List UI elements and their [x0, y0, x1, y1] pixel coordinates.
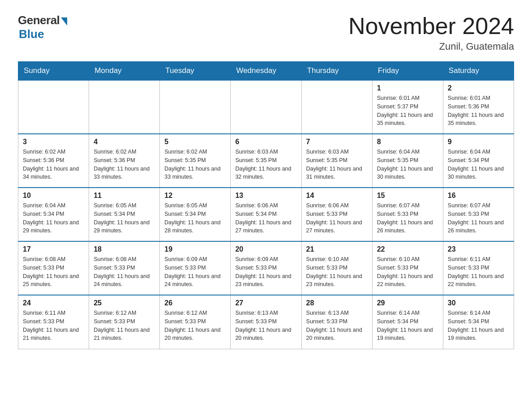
col-friday: Friday	[372, 62, 443, 81]
table-row: 9Sunrise: 6:04 AM Sunset: 5:34 PM Daylig…	[443, 134, 514, 188]
calendar-week-row: 17Sunrise: 6:08 AM Sunset: 5:33 PM Dayli…	[18, 241, 514, 295]
day-number: 27	[235, 299, 296, 307]
day-number: 25	[94, 299, 155, 307]
table-row: 21Sunrise: 6:10 AM Sunset: 5:33 PM Dayli…	[301, 241, 372, 295]
table-row: 13Sunrise: 6:06 AM Sunset: 5:34 PM Dayli…	[231, 188, 301, 241]
col-saturday: Saturday	[443, 62, 514, 81]
table-row	[18, 80, 89, 134]
logo-blue-text: Blue	[19, 27, 44, 41]
calendar-week-row: 10Sunrise: 6:04 AM Sunset: 5:34 PM Dayli…	[18, 188, 514, 241]
day-number: 12	[164, 192, 226, 200]
table-row: 12Sunrise: 6:05 AM Sunset: 5:34 PM Dayli…	[160, 188, 231, 241]
day-number: 8	[377, 138, 438, 146]
page-header: General Blue November 2024 Zunil, Guatem…	[18, 13, 514, 52]
day-number: 20	[235, 245, 296, 253]
table-row: 18Sunrise: 6:08 AM Sunset: 5:33 PM Dayli…	[89, 241, 160, 295]
day-info: Sunrise: 6:05 AM Sunset: 5:34 PM Dayligh…	[94, 201, 155, 235]
table-row: 26Sunrise: 6:12 AM Sunset: 5:33 PM Dayli…	[160, 295, 231, 349]
day-number: 26	[164, 299, 226, 307]
table-row: 2Sunrise: 6:01 AM Sunset: 5:36 PM Daylig…	[443, 80, 514, 134]
table-row: 19Sunrise: 6:09 AM Sunset: 5:33 PM Dayli…	[160, 241, 231, 295]
day-info: Sunrise: 6:01 AM Sunset: 5:36 PM Dayligh…	[448, 94, 509, 128]
day-info: Sunrise: 6:13 AM Sunset: 5:33 PM Dayligh…	[306, 309, 368, 342]
day-number: 21	[306, 245, 368, 253]
table-row: 17Sunrise: 6:08 AM Sunset: 5:33 PM Dayli…	[18, 241, 89, 295]
day-number: 16	[448, 192, 509, 200]
title-section: November 2024 Zunil, Guatemala	[348, 13, 514, 52]
day-info: Sunrise: 6:14 AM Sunset: 5:34 PM Dayligh…	[377, 309, 438, 342]
table-row: 6Sunrise: 6:03 AM Sunset: 5:35 PM Daylig…	[231, 134, 301, 188]
day-number: 23	[448, 245, 509, 253]
logo: General Blue	[18, 13, 67, 41]
table-row	[89, 80, 160, 134]
day-info: Sunrise: 6:10 AM Sunset: 5:33 PM Dayligh…	[377, 255, 438, 289]
day-number: 3	[23, 138, 84, 146]
day-info: Sunrise: 6:13 AM Sunset: 5:33 PM Dayligh…	[235, 309, 296, 342]
day-info: Sunrise: 6:07 AM Sunset: 5:33 PM Dayligh…	[377, 201, 438, 235]
day-number: 29	[377, 299, 438, 307]
day-number: 15	[377, 192, 438, 200]
day-info: Sunrise: 6:12 AM Sunset: 5:33 PM Dayligh…	[94, 309, 155, 342]
day-number: 6	[235, 138, 296, 146]
month-title: November 2024	[348, 13, 514, 39]
day-info: Sunrise: 6:02 AM Sunset: 5:36 PM Dayligh…	[23, 148, 84, 181]
day-info: Sunrise: 6:04 AM Sunset: 5:35 PM Dayligh…	[377, 148, 438, 181]
table-row: 28Sunrise: 6:13 AM Sunset: 5:33 PM Dayli…	[301, 295, 372, 349]
day-number: 22	[377, 245, 438, 253]
logo-arrow-icon	[61, 17, 67, 26]
table-row: 14Sunrise: 6:06 AM Sunset: 5:33 PM Dayli…	[301, 188, 372, 241]
table-row: 27Sunrise: 6:13 AM Sunset: 5:33 PM Dayli…	[231, 295, 301, 349]
table-row: 11Sunrise: 6:05 AM Sunset: 5:34 PM Dayli…	[89, 188, 160, 241]
day-number: 24	[23, 299, 84, 307]
col-thursday: Thursday	[301, 62, 372, 81]
table-row: 25Sunrise: 6:12 AM Sunset: 5:33 PM Dayli…	[89, 295, 160, 349]
day-number: 10	[23, 192, 84, 200]
day-info: Sunrise: 6:09 AM Sunset: 5:33 PM Dayligh…	[164, 255, 226, 289]
col-wednesday: Wednesday	[231, 62, 301, 81]
day-info: Sunrise: 6:04 AM Sunset: 5:34 PM Dayligh…	[23, 201, 84, 235]
day-info: Sunrise: 6:12 AM Sunset: 5:33 PM Dayligh…	[164, 309, 226, 342]
day-info: Sunrise: 6:03 AM Sunset: 5:35 PM Dayligh…	[306, 148, 368, 181]
table-row: 15Sunrise: 6:07 AM Sunset: 5:33 PM Dayli…	[372, 188, 443, 241]
day-info: Sunrise: 6:04 AM Sunset: 5:34 PM Dayligh…	[448, 148, 509, 181]
day-number: 18	[94, 245, 155, 253]
table-row: 22Sunrise: 6:10 AM Sunset: 5:33 PM Dayli…	[372, 241, 443, 295]
day-number: 17	[23, 245, 84, 253]
day-info: Sunrise: 6:03 AM Sunset: 5:35 PM Dayligh…	[235, 148, 296, 181]
table-row: 7Sunrise: 6:03 AM Sunset: 5:35 PM Daylig…	[301, 134, 372, 188]
day-number: 13	[235, 192, 296, 200]
day-info: Sunrise: 6:09 AM Sunset: 5:33 PM Dayligh…	[235, 255, 296, 289]
day-info: Sunrise: 6:14 AM Sunset: 5:34 PM Dayligh…	[448, 309, 509, 342]
day-number: 14	[306, 192, 368, 200]
day-info: Sunrise: 6:07 AM Sunset: 5:33 PM Dayligh…	[448, 201, 509, 235]
day-info: Sunrise: 6:08 AM Sunset: 5:33 PM Dayligh…	[23, 255, 84, 289]
day-number: 28	[306, 299, 368, 307]
table-row	[160, 80, 231, 134]
table-row	[231, 80, 301, 134]
day-info: Sunrise: 6:02 AM Sunset: 5:36 PM Dayligh…	[94, 148, 155, 181]
table-row: 10Sunrise: 6:04 AM Sunset: 5:34 PM Dayli…	[18, 188, 89, 241]
table-row: 29Sunrise: 6:14 AM Sunset: 5:34 PM Dayli…	[372, 295, 443, 349]
table-row: 3Sunrise: 6:02 AM Sunset: 5:36 PM Daylig…	[18, 134, 89, 188]
calendar-table: Sunday Monday Tuesday Wednesday Thursday…	[18, 61, 514, 349]
table-row: 20Sunrise: 6:09 AM Sunset: 5:33 PM Dayli…	[231, 241, 301, 295]
table-row: 5Sunrise: 6:02 AM Sunset: 5:35 PM Daylig…	[160, 134, 231, 188]
day-number: 2	[448, 84, 509, 92]
table-row	[301, 80, 372, 134]
table-row: 23Sunrise: 6:11 AM Sunset: 5:33 PM Dayli…	[443, 241, 514, 295]
day-number: 4	[94, 138, 155, 146]
calendar-header-row: Sunday Monday Tuesday Wednesday Thursday…	[18, 62, 514, 81]
day-number: 9	[448, 138, 509, 146]
location: Zunil, Guatemala	[348, 41, 514, 52]
day-info: Sunrise: 6:10 AM Sunset: 5:33 PM Dayligh…	[306, 255, 368, 289]
day-number: 7	[306, 138, 368, 146]
day-number: 5	[164, 138, 226, 146]
table-row: 4Sunrise: 6:02 AM Sunset: 5:36 PM Daylig…	[89, 134, 160, 188]
day-info: Sunrise: 6:02 AM Sunset: 5:35 PM Dayligh…	[164, 148, 226, 181]
col-tuesday: Tuesday	[160, 62, 231, 81]
day-number: 11	[94, 192, 155, 200]
col-sunday: Sunday	[18, 62, 89, 81]
day-info: Sunrise: 6:01 AM Sunset: 5:37 PM Dayligh…	[377, 94, 438, 128]
calendar-week-row: 1Sunrise: 6:01 AM Sunset: 5:37 PM Daylig…	[18, 80, 514, 134]
table-row: 1Sunrise: 6:01 AM Sunset: 5:37 PM Daylig…	[372, 80, 443, 134]
